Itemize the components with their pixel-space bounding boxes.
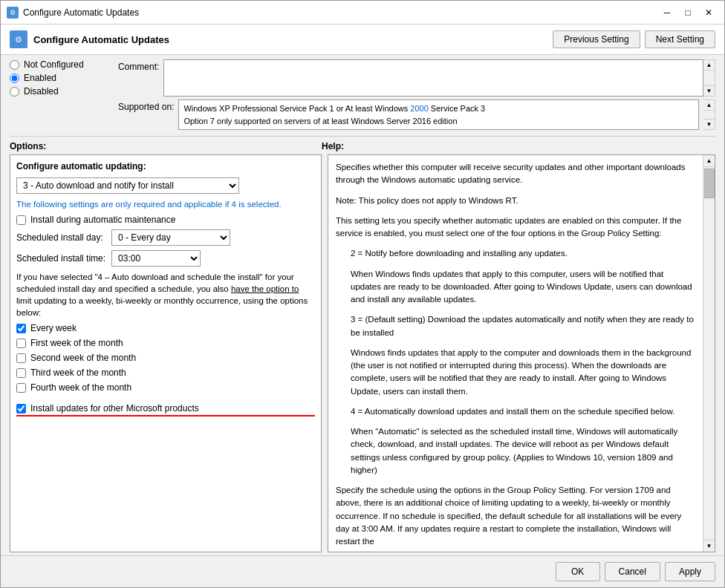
configure-label: Configure automatic updating: — [16, 161, 315, 172]
supported-text1: Windows XP Professional Service Pack 1 o… — [183, 102, 694, 115]
help-p10: Specify the schedule using the options i… — [336, 484, 695, 548]
apply-button[interactable]: Apply — [665, 562, 715, 581]
help-section-label: Help: — [322, 141, 715, 151]
first-week-row: First week of the month — [16, 338, 315, 348]
window-title: Configure Automatic Updates — [23, 7, 139, 18]
configure-dropdown[interactable]: 2 - Notify for download and auto install… — [16, 177, 239, 194]
schedule-time-dropdown[interactable]: 00:00 01:00 02:00 03:00 04:00 — [111, 250, 201, 267]
enabled-label: Enabled — [24, 73, 56, 83]
help-scroll-thumb — [704, 169, 715, 198]
main-window: ⚙ Configure Automatic Updates ─ □ ✕ ⚙ Co… — [0, 0, 725, 588]
disabled-label: Disabled — [24, 86, 59, 97]
cancel-button[interactable]: Cancel — [605, 562, 660, 581]
schedule-time-row: Scheduled install time: 00:00 01:00 02:0… — [16, 250, 315, 267]
second-week-checkbox[interactable] — [16, 353, 26, 363]
install-updates-label: Install updates for other Microsoft prod… — [30, 403, 199, 414]
every-week-label: Every week — [30, 323, 77, 333]
second-week-row: Second week of the month — [16, 353, 315, 363]
previous-setting-button[interactable]: Previous Setting — [553, 30, 640, 48]
comment-input-wrap: ▲ ▼ — [163, 59, 715, 97]
enabled-radio[interactable] — [10, 74, 19, 83]
help-p9: When "Automatic" is selected as the sche… — [336, 425, 695, 477]
install-maintenance-row: Install during automatic maintenance — [16, 215, 315, 225]
supported-text2: Option 7 only supported on servers of at… — [183, 115, 694, 128]
comment-textarea[interactable] — [163, 59, 703, 97]
options-scroll-wrap: Configure automatic updating: 2 - Notify… — [10, 154, 322, 552]
second-week-label: Second week of the month — [30, 353, 136, 363]
schedule-day-label: Scheduled install day: — [16, 232, 105, 243]
options-help-header: Options: Help: — [1, 138, 724, 154]
comment-scroll-down[interactable]: ▼ — [703, 85, 715, 96]
title-buttons: ─ □ ✕ — [657, 5, 718, 20]
first-week-label: First week of the month — [30, 338, 123, 348]
schedule-time-label: Scheduled install time: — [16, 253, 105, 264]
help-p4: 2 = Notify before downloading and instal… — [336, 247, 695, 260]
help-scroll-wrap: Specifies whether this computer will rec… — [328, 154, 715, 552]
not-configured-label: Not Configured — [24, 59, 84, 70]
third-week-checkbox[interactable] — [16, 368, 26, 378]
ok-button[interactable]: OK — [556, 562, 600, 581]
info-text: If you have selected "4 – Auto download … — [16, 271, 315, 318]
not-configured-row: Not Configured — [10, 59, 106, 70]
options-section-label: Options: — [10, 141, 322, 151]
maximize-button[interactable]: □ — [678, 5, 698, 20]
help-p2: Note: This policy does not apply to Wind… — [336, 195, 695, 207]
header-buttons: Previous Setting Next Setting — [553, 30, 715, 48]
every-week-checkbox[interactable] — [16, 324, 26, 333]
title-bar-left: ⚙ Configure Automatic Updates — [7, 7, 139, 19]
bottom-bar: OK Cancel Apply — [1, 555, 724, 587]
minimize-button[interactable]: ─ — [657, 5, 677, 20]
header-bar: ⚙ Configure Automatic Updates Previous S… — [1, 24, 724, 55]
first-week-checkbox[interactable] — [16, 339, 26, 348]
fourth-week-checkbox[interactable] — [16, 383, 26, 393]
radio-section: Not Configured Enabled Disabled — [10, 59, 106, 130]
supported-label: Supported on: — [118, 99, 174, 112]
disabled-radio[interactable] — [10, 87, 19, 97]
install-updates-row: Install updates for other Microsoft prod… — [16, 403, 315, 416]
next-setting-button[interactable]: Next Setting — [645, 30, 715, 48]
disabled-row: Disabled — [10, 86, 106, 97]
help-panel: Specifies whether this computer will rec… — [328, 155, 703, 552]
enabled-row: Enabled — [10, 73, 106, 83]
schedule-day-dropdown[interactable]: 0 - Every day 1 - Every Sunday 2 - Every… — [111, 229, 230, 246]
every-week-row: Every week — [16, 323, 315, 333]
fourth-week-label: Fourth week of the month — [30, 382, 131, 393]
comment-label: Comment: — [118, 59, 159, 72]
header-icon: ⚙ — [10, 30, 27, 48]
supported-area: Supported on: Windows XP Professional Se… — [118, 99, 715, 130]
help-p3: This setting lets you specify whether au… — [336, 215, 695, 241]
schedule-day-row: Scheduled install day: 0 - Every day 1 -… — [16, 229, 315, 246]
comment-scroll-up[interactable]: ▲ — [703, 60, 715, 71]
supported-scroll-down[interactable]: ▼ — [703, 119, 715, 129]
window-icon: ⚙ — [7, 7, 19, 19]
comment-supported-section: Comment: ▲ ▼ Supported on: Windows XP Pr… — [118, 59, 715, 130]
help-p8: 4 = Automatically download updates and i… — [336, 405, 695, 418]
close-button[interactable]: ✕ — [699, 5, 718, 20]
help-p7: Windows finds updates that apply to the … — [336, 347, 695, 398]
third-week-row: Third week of the month — [16, 368, 315, 378]
fourth-week-row: Fourth week of the month — [16, 382, 315, 393]
comment-area: Comment: ▲ ▼ — [118, 59, 715, 97]
not-configured-radio[interactable] — [10, 60, 19, 70]
help-scroll-down[interactable]: ▼ — [703, 540, 715, 552]
third-week-label: Third week of the month — [30, 368, 126, 378]
install-updates-checkbox[interactable] — [16, 404, 26, 414]
help-p5: When Windows finds updates that apply to… — [336, 268, 695, 307]
help-scrollbar: ▲ ▼ — [703, 155, 715, 552]
help-scroll-up[interactable]: ▲ — [703, 155, 715, 167]
supported-scroll-up[interactable]: ▲ — [703, 100, 715, 111]
install-maintenance-checkbox[interactable] — [16, 215, 26, 225]
help-p1: Specifies whether this computer will rec… — [336, 161, 695, 187]
main-content: Configure automatic updating: 2 - Notify… — [1, 154, 724, 555]
header-title: Configure Automatic Updates — [33, 34, 547, 45]
title-bar: ⚙ Configure Automatic Updates ─ □ ✕ — [1, 1, 724, 24]
options-panel: Configure automatic updating: 2 - Notify… — [10, 155, 321, 552]
install-maintenance-label: Install during automatic maintenance — [30, 215, 175, 225]
following-settings-text: The following settings are only required… — [16, 198, 315, 210]
help-p6: 3 = (Default setting) Download the updat… — [336, 313, 695, 339]
